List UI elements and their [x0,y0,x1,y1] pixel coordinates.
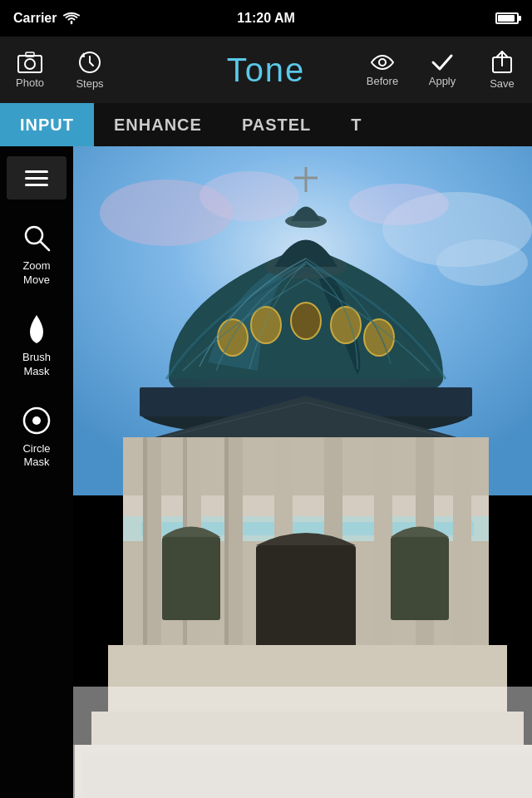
svg-rect-2 [26,52,34,57]
status-bar: Carrier 11:20 AM [0,0,532,37]
hamburger-icon [25,170,48,186]
svg-point-4 [379,59,386,66]
svg-rect-49 [73,745,532,798]
svg-rect-43 [391,537,449,620]
toolbar-right: Before Apply Save [352,37,532,103]
svg-point-50 [26,227,42,244]
photo-icon [17,52,42,73]
save-label: Save [490,77,515,90]
svg-rect-38 [143,437,147,645]
svg-point-16 [291,303,321,339]
main-content: Zoom Move Brush Mask Circle Mask [0,146,532,798]
steps-icon [78,51,101,74]
zoom-move-tool[interactable]: Zoom Move [18,219,55,288]
tab-input[interactable]: INPUT [0,103,94,146]
apply-label: Apply [429,75,456,87]
app-title: Tone [227,52,306,89]
tab-more[interactable]: T [331,103,382,146]
share-icon [491,51,513,74]
wifi-icon [63,12,80,25]
before-button[interactable]: Before [352,37,412,103]
toolbar-left: Photo Steps [0,37,120,103]
svg-point-18 [364,319,394,356]
photo-label: Photo [16,76,44,89]
photo-button[interactable]: Photo [0,37,60,103]
svg-line-51 [41,242,49,250]
checkmark-icon [431,53,454,71]
brush-mask-tool[interactable]: Brush Mask [18,311,55,379]
svg-rect-40 [224,437,229,645]
circle-mask-icon [18,402,55,439]
svg-point-15 [251,307,281,343]
image-area [0,146,532,798]
before-label: Before [367,75,398,87]
save-button[interactable]: Save [472,37,532,103]
left-toolbar: Zoom Move Brush Mask Circle Mask [0,146,73,798]
circle-mask-label: Circle Mask [22,442,50,470]
status-time: 11:20 AM [237,11,295,26]
carrier-label: Carrier [13,11,57,26]
apply-button[interactable]: Apply [412,37,472,103]
svg-rect-42 [162,537,220,620]
toolbar: Photo Steps Tone Before Apply [0,37,532,103]
svg-point-11 [349,184,449,225]
tab-enhance[interactable]: ENHANCE [94,103,222,146]
svg-point-53 [32,416,41,425]
svg-rect-35 [374,437,392,645]
brush-mask-label: Brush Mask [22,351,51,379]
status-left: Carrier [13,11,80,26]
svg-point-12 [436,239,528,286]
cathedral-image [0,146,532,798]
eye-icon [370,53,395,71]
steps-label: Steps [76,77,103,90]
menu-button[interactable] [7,156,66,200]
tab-pastel[interactable]: PASTEL [222,103,331,146]
steps-button[interactable]: Steps [60,37,120,103]
zoom-move-label: Zoom Move [22,259,50,288]
battery-icon [495,12,519,24]
tab-bar: INPUT ENHANCE PASTEL T [0,103,532,146]
status-right [495,12,519,24]
svg-point-9 [200,171,299,221]
zoom-move-icon [18,219,55,256]
circle-mask-tool[interactable]: Circle Mask [18,402,55,470]
svg-point-1 [25,59,35,69]
svg-rect-37 [453,437,471,645]
brush-mask-icon [18,311,55,347]
